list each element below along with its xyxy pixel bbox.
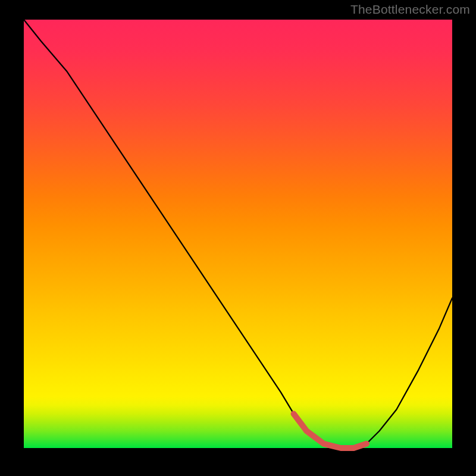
bottom-highlight [294, 414, 367, 448]
chart-frame: TheBottlenecker.com [0, 0, 476, 476]
watermark-text: TheBottlenecker.com [350, 2, 470, 17]
main-curve [24, 20, 452, 448]
plot-area [24, 20, 452, 448]
chart-svg [24, 20, 452, 448]
